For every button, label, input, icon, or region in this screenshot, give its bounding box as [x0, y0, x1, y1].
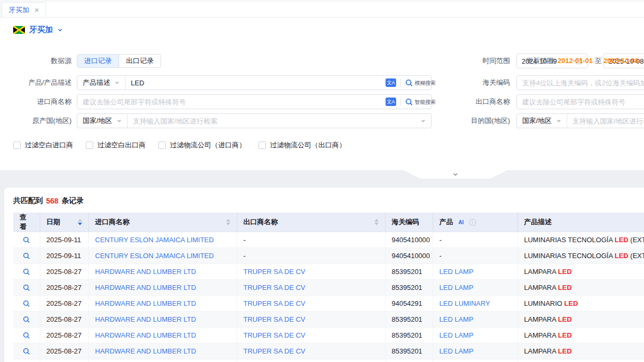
cell-product[interactable]: - [440, 236, 442, 244]
chevron-down-icon [117, 118, 122, 123]
info-icon[interactable]: i [469, 219, 476, 226]
ai-badge: AI [457, 219, 466, 226]
desc-pre: LAMPARA [524, 315, 558, 323]
checkbox-filter-logistics-importer[interactable]: 过滤物流公司（进口商） [158, 140, 246, 150]
importer-link[interactable]: HARDWARE AND LUMBER LTD [95, 331, 196, 339]
results-background: 共匹配到 568 条记录 查看 日期 进口商名称 [0, 171, 644, 362]
checkbox-label: 过滤空白出口商 [97, 140, 146, 150]
desc-highlight: LED [558, 315, 572, 323]
importer-field-group: 文A 智能搜索 [77, 94, 432, 109]
checkbox-icon[interactable] [86, 142, 93, 149]
smart-search-button[interactable]: 智能搜索 [405, 98, 426, 106]
cell-exporter[interactable]: TRUPER SA DE CV [244, 284, 306, 292]
cell-exporter[interactable]: - [244, 252, 246, 260]
cell-product[interactable]: LED LAMP [440, 315, 473, 323]
update-range-to-word: 至 [595, 57, 602, 65]
close-icon[interactable]: × [34, 6, 39, 14]
desc-pre: LAMPARA [524, 331, 558, 339]
product-type-select[interactable]: 产品描述 [77, 76, 126, 90]
tab-import-records[interactable]: 进口记录 [77, 55, 119, 67]
checkbox-filter-logistics-exporter[interactable]: 过滤物流公司（出口商） [258, 140, 346, 150]
cell-exporter[interactable]: TRUPER SA DE CV [244, 315, 306, 323]
importer-link[interactable]: HARDWARE AND LUMBER LTD [95, 268, 196, 276]
view-record-button[interactable] [23, 268, 30, 276]
data-source-label: 数据源 [0, 56, 77, 66]
product-label: 产品/产品描述 [0, 78, 77, 87]
view-record-button[interactable] [23, 316, 30, 323]
importer-link[interactable]: CENTURY ESLON JAMAICA LIMITED [95, 252, 214, 260]
cell-hs-code: 85395201 [385, 359, 433, 362]
cell-product[interactable]: LED LAMP [440, 284, 473, 292]
sort-importer[interactable] [226, 219, 230, 225]
collapse-filter-button[interactable] [402, 170, 508, 179]
cell-date: 2025-08-27 [40, 280, 88, 296]
tab-jamaica[interactable]: 牙买加 × [2, 2, 46, 17]
importer-link[interactable]: HARDWARE AND LUMBER LTD [95, 284, 196, 292]
cell-product[interactable]: LED LUMINARY [440, 299, 490, 307]
table-row: 2025-09-11 CENTURY ESLON JAMAICA LIMITED… [13, 248, 644, 264]
product-search-input[interactable] [126, 79, 381, 87]
view-record-button[interactable] [23, 284, 30, 292]
jamaica-flag-icon [13, 26, 25, 34]
cell-exporter[interactable]: TRUPER SA DE CV [244, 299, 306, 307]
table-body: 2025-09-11 CENTURY ESLON JAMAICA LIMITED… [13, 232, 644, 362]
cell-product[interactable]: - [440, 252, 442, 260]
update-range-from: 2012-01-01 [558, 57, 593, 65]
cell-product[interactable]: LED LAMP [440, 331, 473, 339]
checkbox-filter-blank-importer[interactable]: 过滤空白进口商 [13, 140, 73, 150]
cell-hs-code: 94054291 [385, 296, 433, 312]
col-date: 日期 [47, 217, 60, 227]
cell-exporter[interactable]: - [244, 236, 246, 244]
view-record-button[interactable] [23, 236, 30, 244]
sort-exporter[interactable] [374, 219, 379, 225]
match-suffix: 条记录 [61, 196, 84, 206]
desc-highlight: LED [558, 284, 572, 292]
filter-checkbox-row: 过滤空白进口商 过滤空白出口商 过滤物流公司（进口商） 过滤物流公司（出口商） [0, 140, 644, 151]
cell-date: 2025-09-11 [40, 232, 88, 248]
checkbox-icon[interactable] [158, 142, 166, 149]
translate-icon[interactable]: 文A [386, 98, 396, 106]
checkbox-icon[interactable] [258, 142, 266, 149]
cell-exporter[interactable]: TRUPER SA DE CV [244, 331, 306, 339]
exporter-input[interactable] [516, 94, 644, 109]
checkbox-icon[interactable] [13, 142, 21, 149]
fuzzy-search-button[interactable]: 模糊搜索 [405, 79, 426, 87]
chevron-down-icon [114, 80, 120, 85]
importer-link[interactable]: HARDWARE AND LUMBER LTD [95, 299, 196, 307]
desc-pre: LUMINARIAS TECNOLOGÍA [524, 252, 615, 260]
view-record-button[interactable] [23, 252, 30, 260]
cell-date: 2025-08-27 [40, 343, 88, 359]
importer-link[interactable]: HARDWARE AND LUMBER LTD [95, 347, 196, 355]
importer-link[interactable]: HARDWARE AND LUMBER LTD [95, 315, 196, 323]
translate-icon[interactable]: 文A [386, 78, 396, 87]
cell-exporter[interactable]: TRUPER SA DE CV [244, 347, 306, 355]
checkbox-filter-blank-exporter[interactable]: 过滤空白出口商 [86, 140, 146, 150]
chevron-down-icon[interactable] [57, 27, 63, 33]
importer-input[interactable] [77, 98, 381, 106]
destination-field-group: 国家/地区 [516, 113, 644, 128]
importer-link[interactable]: CENTURY ESLON JAMAICA LIMITED [95, 236, 214, 244]
cell-product[interactable]: LED LAMP [440, 347, 473, 355]
cell-hs-code: 85395201 [385, 343, 433, 359]
tab-export-records[interactable]: 出口记录 [119, 55, 160, 67]
cell-product[interactable]: LED LAMP [440, 268, 473, 276]
col-importer: 进口商名称 [95, 217, 130, 227]
hs-code-input[interactable] [516, 75, 644, 90]
destination-type-select[interactable]: 国家/地区 [517, 114, 567, 128]
sort-date[interactable] [78, 219, 82, 225]
hs-code-label: 海关编码 [463, 78, 516, 87]
view-record-button[interactable] [23, 348, 30, 355]
origin-country-input[interactable] [128, 117, 421, 125]
origin-type-select[interactable]: 国家/地区 [77, 114, 128, 128]
origin-field-group: 国家/地区 [77, 113, 432, 128]
view-record-button[interactable] [23, 300, 30, 307]
country-name[interactable]: 牙买加 [29, 25, 53, 35]
desc-highlight: LED [558, 331, 572, 339]
cell-date: 2025-08-27 [40, 296, 88, 312]
desc-highlight: LED [558, 347, 572, 355]
cell-exporter[interactable]: TRUPER SA DE CV [244, 268, 306, 276]
desc-pre: LUMINARIAS TECNOLOGÍA [524, 236, 615, 244]
checkbox-label: 过滤物流公司（出口商） [270, 140, 346, 150]
destination-country-input[interactable] [567, 117, 644, 125]
view-record-button[interactable] [23, 332, 30, 339]
